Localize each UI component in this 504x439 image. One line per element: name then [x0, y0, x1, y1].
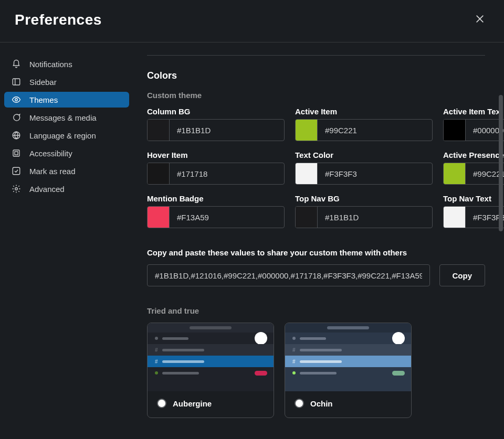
color-field-column-bg: Column BG [147, 107, 285, 141]
tried-and-true-heading: Tried and true [147, 306, 485, 315]
globe-icon [12, 131, 21, 140]
color-field-active-item-text: Active Item Text [443, 107, 504, 141]
theme-name-label: Ochin [310, 399, 333, 408]
close-button[interactable] [470, 10, 489, 29]
bell-icon [12, 59, 21, 69]
color-label: Mention Badge [147, 194, 285, 203]
sidebar-item-notifications[interactable]: Notifications [4, 56, 129, 72]
gear-icon [12, 184, 21, 194]
color-label: Top Nav BG [295, 194, 433, 203]
svg-rect-6 [13, 150, 19, 156]
avatar-icon [392, 332, 405, 345]
scrollbar-thumb[interactable] [499, 95, 503, 231]
share-instructions: Copy and paste these values to share you… [147, 248, 485, 257]
sidebar-item-label: Notifications [29, 60, 72, 69]
avatar-icon [255, 332, 267, 345]
color-label: Column BG [147, 107, 285, 116]
color-field-mention-badge: Mention Badge [147, 194, 285, 228]
color-label: Active Presence [443, 151, 504, 159]
accessibility-icon [12, 148, 21, 158]
sidebar-item-label: Advanced [29, 185, 65, 194]
color-input[interactable] [318, 120, 432, 141]
color-swatch[interactable] [148, 207, 170, 228]
theme-card-aubergine[interactable]: # # Aubergine [147, 323, 274, 418]
colors-heading: Colors [147, 70, 485, 81]
color-label: Active Item [295, 107, 433, 116]
theme-name-label: Aubergine [173, 399, 212, 408]
color-input[interactable] [318, 163, 432, 184]
page-title: Preferences [15, 12, 102, 28]
color-swatch[interactable] [444, 120, 466, 141]
sidebar-item-label: Themes [29, 95, 58, 104]
color-label: Text Color [295, 151, 433, 159]
sidebar-item-sidebar[interactable]: Sidebar [4, 74, 129, 90]
color-swatch[interactable] [296, 207, 318, 228]
svg-rect-8 [13, 167, 20, 175]
sidebar-item-label: Language & region [29, 131, 96, 140]
color-input[interactable] [170, 120, 284, 141]
section-divider [147, 55, 485, 56]
sidebar-icon [12, 77, 21, 87]
color-swatch[interactable] [148, 120, 170, 141]
color-label: Top Nav Text [443, 194, 504, 203]
theme-radio[interactable] [157, 399, 166, 408]
check-icon [12, 166, 21, 176]
share-values-input[interactable] [147, 264, 430, 286]
color-label: Active Item Text [443, 107, 504, 116]
color-field-hover-item: Hover Item [147, 151, 285, 185]
theme-radio[interactable] [295, 399, 304, 408]
color-swatch[interactable] [296, 120, 318, 141]
color-field-top-nav-text: Top Nav Text [443, 194, 504, 228]
color-field-top-nav-bg: Top Nav BG [295, 194, 433, 228]
main-panel: Colors Custom theme Column BG Active Ite… [133, 42, 504, 437]
sidebar-item-mark-as-read[interactable]: Mark as read [4, 163, 129, 179]
color-field-active-item: Active Item [295, 107, 433, 141]
color-field-active-presence: Active Presence [443, 151, 504, 185]
color-swatch[interactable] [148, 163, 170, 184]
eye-icon [12, 95, 21, 104]
color-input[interactable] [170, 163, 284, 184]
sidebar-item-advanced[interactable]: Advanced [4, 181, 129, 197]
sidebar-item-label: Accessibility [29, 149, 72, 158]
theme-preview: # # [148, 323, 274, 391]
sidebar-item-messages-media[interactable]: Messages & media [4, 110, 129, 125]
sidebar-item-label: Sidebar [29, 78, 57, 87]
color-field-text-color: Text Color [295, 151, 433, 185]
svg-point-4 [15, 99, 18, 101]
sidebar-item-accessibility[interactable]: Accessibility [4, 145, 129, 161]
sidebar-item-language-region[interactable]: Language & region [4, 127, 129, 143]
theme-card-ochin[interactable]: # # Ochin [285, 323, 412, 418]
color-label: Hover Item [147, 151, 285, 159]
sidebar-item-label: Messages & media [29, 113, 97, 122]
color-swatch[interactable] [444, 207, 466, 228]
sidebar-item-label: Mark as read [29, 167, 76, 176]
svg-rect-2 [13, 79, 20, 85]
color-input[interactable] [318, 207, 432, 228]
sidebar-item-themes[interactable]: Themes [4, 92, 129, 108]
chat-icon [12, 113, 21, 122]
theme-preview: # # [285, 323, 411, 391]
color-swatch[interactable] [296, 163, 318, 184]
close-icon [475, 14, 485, 26]
custom-theme-label: Custom theme [147, 91, 485, 100]
sidebar: Notifications Sidebar Themes Messages & … [0, 42, 133, 437]
copy-button[interactable]: Copy [439, 264, 486, 286]
color-input[interactable] [170, 207, 284, 228]
svg-rect-7 [15, 152, 18, 155]
color-swatch[interactable] [444, 163, 466, 184]
svg-point-9 [15, 188, 18, 190]
